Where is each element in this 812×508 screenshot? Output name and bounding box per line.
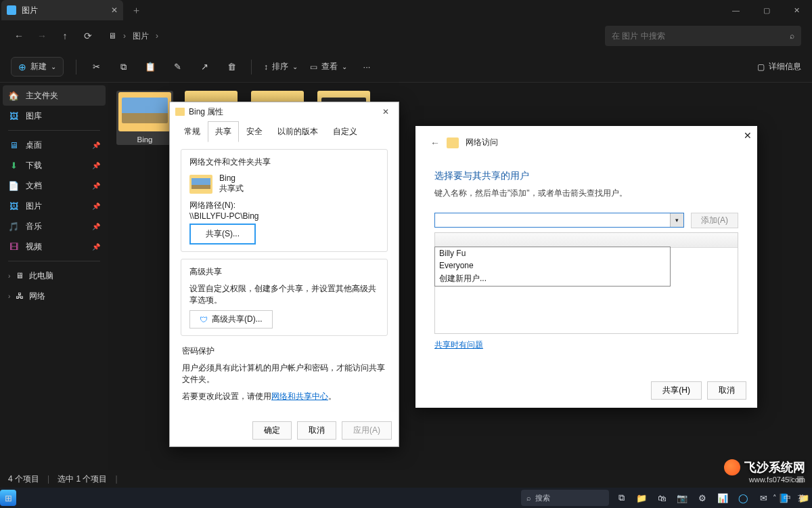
task-explorer[interactable]: 📁 xyxy=(633,490,650,506)
pin-icon: 📌 xyxy=(92,142,100,149)
sidebar-item-documents[interactable]: 📄 文档 📌 xyxy=(3,175,106,196)
task-app[interactable]: ✉ xyxy=(755,490,771,506)
task-edge[interactable]: ◯ xyxy=(735,490,751,506)
tab-previous[interactable]: 以前的版本 xyxy=(270,121,325,142)
sidebar-item-label: 下载 xyxy=(26,160,42,171)
chevron-down-icon[interactable]: ▾ xyxy=(670,213,683,227)
close-window-button[interactable]: ✕ xyxy=(782,0,812,20)
cancel-button[interactable]: 取消 xyxy=(707,381,746,400)
delete-button[interactable]: 🗑 xyxy=(224,60,239,75)
new-button[interactable]: ⊕ 新建 ⌄ xyxy=(11,57,64,77)
share-button[interactable]: 共享(S)... xyxy=(189,224,256,245)
sort-label: 排序 xyxy=(272,61,288,72)
sidebar-item-home[interactable]: 🏠 主文件夹 xyxy=(3,85,106,106)
task-app[interactable]: 🛍 xyxy=(654,490,670,506)
chevron-down-icon: ⌄ xyxy=(292,63,298,70)
path-label: 网络路径(N): xyxy=(189,200,379,211)
sidebar-item-desktop[interactable]: 🖥 桌面 📌 xyxy=(3,135,106,155)
dialog-titlebar[interactable]: Bing 属性 ✕ xyxy=(170,102,399,121)
details-pane-button[interactable]: ▢ 详细信息 xyxy=(757,61,801,72)
sidebar-item-thispc[interactable]: › 🖥 此电脑 xyxy=(3,266,106,286)
separator: | xyxy=(115,474,117,484)
shield-icon: 🛡 xyxy=(200,315,208,324)
tab-general[interactable]: 常规 xyxy=(177,121,208,142)
separator xyxy=(8,130,100,131)
close-icon[interactable]: ✕ xyxy=(744,130,752,141)
start-button[interactable]: ⊞ xyxy=(0,490,16,506)
folder-bing[interactable]: Bing xyxy=(116,91,173,145)
system-tray[interactable]: ˄ 中 英 xyxy=(773,493,805,503)
refresh-button[interactable]: ⟳ xyxy=(80,28,96,44)
share-confirm-button[interactable]: 共享(H) xyxy=(651,381,702,400)
pc-icon: 🖥 xyxy=(16,271,24,280)
dropdown-option[interactable]: 创建新用户... xyxy=(435,272,670,286)
breadcrumb-loc[interactable]: 图片 xyxy=(133,30,149,42)
search-icon: ⌕ xyxy=(526,494,531,502)
sidebar-item-pictures[interactable]: 🖼 图片 📌 xyxy=(3,196,106,216)
task-app[interactable]: 📊 xyxy=(715,490,731,506)
close-tab-icon[interactable]: ✕ xyxy=(111,5,118,15)
close-icon[interactable]: ✕ xyxy=(378,107,393,117)
sort-dropdown[interactable]: ↕ 排序 ⌄ xyxy=(264,61,298,72)
rename-button[interactable]: ✎ xyxy=(170,60,185,75)
taskbar: ⊞ ⌕ 搜索 ⧉ 📁 🛍 📷 ⚙ 📊 ◯ ✉ 📘 📁 ˄ 中 英 xyxy=(0,488,812,508)
search-icon[interactable]: ⌕ xyxy=(790,31,794,41)
breadcrumb[interactable]: 🖥 › 图片 › xyxy=(108,30,158,42)
up-button[interactable]: ↑ xyxy=(57,28,73,44)
network-sharing-group: 网络文件和文件夹共享 Bing 共享式 网络路径(N): \\BILLYFU-P… xyxy=(181,149,388,252)
sidebar-item-label: 主文件夹 xyxy=(26,90,58,102)
desktop-icon: 🖥 xyxy=(8,140,19,150)
search-input[interactable] xyxy=(612,31,784,41)
tab-security[interactable]: 安全 xyxy=(239,121,270,142)
sharing-problem-link[interactable]: 共享时有问题 xyxy=(434,339,483,351)
pwd-line1: 用户必须具有此计算机的用户帐户和密码，才能访问共享文件夹。 xyxy=(182,362,386,385)
task-app[interactable]: 📷 xyxy=(674,490,690,506)
minimize-button[interactable]: — xyxy=(721,0,751,20)
search-box[interactable]: ⌕ xyxy=(605,26,801,46)
task-view-button[interactable]: ⧉ xyxy=(613,490,629,506)
paste-button[interactable]: 📋 xyxy=(143,60,158,75)
user-input[interactable] xyxy=(435,213,669,227)
more-button[interactable]: ··· xyxy=(359,60,374,75)
taskbar-search[interactable]: ⌕ 搜索 xyxy=(521,490,609,506)
ime-en[interactable]: 英 xyxy=(798,493,805,503)
sidebar-item-videos[interactable]: 🎞 视频 📌 xyxy=(3,236,106,257)
ime-zh[interactable]: 中 xyxy=(784,493,791,503)
new-tab-button[interactable]: ＋ xyxy=(123,4,150,17)
ok-button[interactable]: 确定 xyxy=(252,421,292,440)
sidebar-item-gallery[interactable]: 🖼 图库 xyxy=(3,106,106,126)
tab-pictures[interactable]: 图片 ✕ xyxy=(1,0,123,20)
network-center-link[interactable]: 网络和共享中心 xyxy=(271,391,328,401)
properties-tabs: 常规 共享 安全 以前的版本 自定义 xyxy=(170,121,399,142)
back-button[interactable]: ← xyxy=(430,137,440,148)
tab-custom[interactable]: 自定义 xyxy=(325,121,365,142)
maximize-button[interactable]: ▢ xyxy=(751,0,782,20)
cancel-button[interactable]: 取消 xyxy=(297,421,336,440)
sidebar-item-music[interactable]: 🎵 音乐 📌 xyxy=(3,216,106,236)
apply-button[interactable]: 应用(A) xyxy=(342,421,392,440)
share-button[interactable]: ↗ xyxy=(197,60,212,75)
sidebar-item-downloads[interactable]: ⬇ 下载 📌 xyxy=(3,155,106,175)
user-combobox[interactable]: ▾ xyxy=(434,213,684,228)
group-title: 高级共享 xyxy=(189,266,379,278)
separator xyxy=(8,261,100,261)
dropdown-option[interactable]: Everyone xyxy=(435,259,670,272)
pwd-dot: 。 xyxy=(328,391,336,401)
forward-button[interactable]: → xyxy=(34,28,50,44)
copy-button[interactable]: ⧉ xyxy=(116,60,131,75)
task-app[interactable]: ⚙ xyxy=(694,490,710,506)
sort-icon: ↕ xyxy=(264,62,268,72)
add-button[interactable]: 添加(A) xyxy=(691,213,738,228)
view-dropdown[interactable]: ▭ 查看 ⌄ xyxy=(310,61,347,72)
tab-sharing[interactable]: 共享 xyxy=(208,121,239,142)
chevron-up-icon[interactable]: ˄ xyxy=(773,494,777,503)
toolbar: ⊕ 新建 ⌄ ✂ ⧉ 📋 ✎ ↗ 🗑 ↕ 排序 ⌄ ▭ 查看 ⌄ ··· ▢ 详… xyxy=(0,51,812,83)
back-button[interactable]: ← xyxy=(11,28,27,44)
sidebar-item-label: 视频 xyxy=(26,241,42,253)
advanced-share-button[interactable]: 🛡 高级共享(D)... xyxy=(189,310,273,329)
download-icon: ⬇ xyxy=(8,160,19,171)
sidebar-item-network[interactable]: › 🖧 网络 xyxy=(3,286,106,306)
dropdown-option[interactable]: Billy Fu xyxy=(435,247,670,259)
video-icon: 🎞 xyxy=(8,241,19,252)
cut-button[interactable]: ✂ xyxy=(89,60,104,75)
